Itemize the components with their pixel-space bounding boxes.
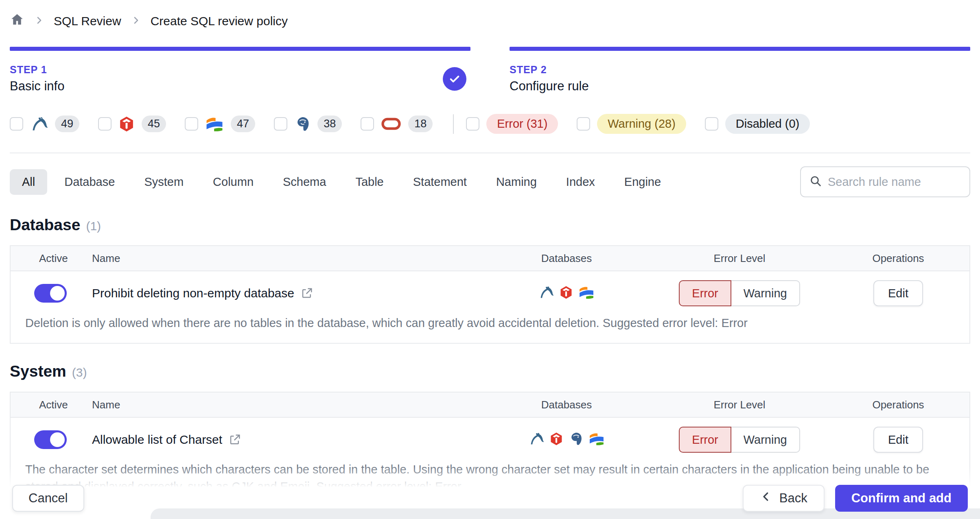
- error-level-option-warning[interactable]: Warning: [731, 280, 800, 306]
- error-level-segmented-control: Error Warning: [679, 427, 800, 453]
- section-heading-database: Database (1): [10, 216, 970, 234]
- column-header-databases: Databases: [481, 252, 652, 265]
- stepper: STEP 1 Basic info STEP 2 Configure rule: [10, 47, 970, 94]
- filter-engine-oceanbase[interactable]: 47: [185, 116, 255, 132]
- table-row: Allowable list of Charset Error Warning …: [11, 418, 969, 455]
- table-row: Prohibit deleting non-empty database Err…: [11, 271, 969, 309]
- table-header: Active Name Databases Error Level Operat…: [11, 246, 969, 271]
- back-button[interactable]: Back: [743, 485, 825, 512]
- oracle-count-badge: 18: [408, 116, 433, 132]
- filter-level-disabled[interactable]: Disabled (0): [705, 114, 810, 134]
- section-count: (1): [86, 219, 101, 233]
- tab-all[interactable]: All: [10, 169, 47, 195]
- section-title: Database: [10, 216, 80, 234]
- database-rules-table: Active Name Databases Error Level Operat…: [10, 245, 970, 344]
- tidb-count-badge: 45: [142, 116, 166, 132]
- postgresql-count-badge: 38: [317, 116, 342, 132]
- section-divider: [10, 153, 970, 153]
- external-link-icon[interactable]: [301, 287, 313, 299]
- breadcrumb-current-page: Create SQL review policy: [151, 14, 288, 28]
- tab-column[interactable]: Column: [201, 169, 266, 195]
- rule-name: Prohibit deleting non-empty database: [92, 286, 294, 300]
- step-2-label: STEP 2: [510, 64, 589, 76]
- external-link-icon[interactable]: [229, 434, 241, 446]
- category-tabs: All Database System Column Schema Table …: [10, 166, 970, 197]
- chevron-right-icon: [34, 14, 44, 28]
- tidb-icon: [549, 432, 563, 447]
- tab-database[interactable]: Database: [52, 169, 127, 195]
- chevron-left-icon: [760, 491, 772, 506]
- column-header-active: Active: [11, 252, 92, 265]
- column-header-active: Active: [11, 399, 92, 411]
- filter-engine-postgresql[interactable]: 38: [274, 116, 342, 132]
- rule-active-toggle[interactable]: [34, 284, 67, 303]
- tab-index[interactable]: Index: [554, 169, 607, 195]
- footer-action-bar: Cancel Back Confirm and add: [0, 485, 980, 512]
- search-input[interactable]: [828, 175, 961, 189]
- mysql-icon: [30, 115, 48, 133]
- filter-divider: [453, 114, 454, 134]
- table-header: Active Name Databases Error Level Operat…: [11, 393, 969, 418]
- oceanbase-icon: [205, 116, 224, 132]
- rule-description: Deletion is only allowed when there are …: [11, 309, 969, 343]
- column-header-operations: Operations: [827, 252, 969, 265]
- breadcrumb: SQL Review Create SQL review policy: [10, 0, 970, 30]
- postgresql-icon: [294, 116, 311, 132]
- error-level-pill: Error (31): [486, 114, 558, 134]
- create-sql-review-policy-page: SQL Review Create SQL review policy STEP…: [0, 0, 980, 507]
- search-box[interactable]: [800, 166, 970, 197]
- tab-system[interactable]: System: [132, 169, 196, 195]
- warning-level-pill: Warning (28): [597, 114, 686, 134]
- disabled-level-checkbox[interactable]: [705, 117, 718, 131]
- tab-table[interactable]: Table: [343, 169, 396, 195]
- cancel-button[interactable]: Cancel: [12, 485, 84, 512]
- mysql-count-badge: 49: [55, 116, 79, 132]
- step-1-progress-bar: [10, 47, 470, 51]
- breadcrumb-sql-review[interactable]: SQL Review: [54, 14, 121, 28]
- mysql-icon: [529, 431, 544, 448]
- home-icon: [10, 12, 24, 30]
- rule-databases: [481, 285, 652, 302]
- section-heading-system: System (3): [10, 362, 970, 380]
- tab-schema[interactable]: Schema: [271, 169, 338, 195]
- filter-engine-oracle[interactable]: 18: [361, 116, 433, 132]
- error-level-option-error[interactable]: Error: [679, 280, 731, 306]
- column-header-operations: Operations: [827, 399, 969, 411]
- section-count: (3): [72, 366, 87, 379]
- filter-level-warning[interactable]: Warning (28): [577, 114, 686, 134]
- step-1-label: STEP 1: [10, 64, 64, 76]
- edit-button[interactable]: Edit: [873, 280, 923, 306]
- oracle-checkbox[interactable]: [361, 117, 374, 131]
- home-link[interactable]: [10, 12, 24, 30]
- warning-level-checkbox[interactable]: [577, 117, 590, 131]
- search-icon: [809, 174, 822, 189]
- step-1-title: Basic info: [10, 79, 64, 94]
- tab-naming[interactable]: Naming: [484, 169, 549, 195]
- back-button-label: Back: [779, 491, 807, 506]
- filter-level-error[interactable]: Error (31): [466, 114, 558, 134]
- error-level-checkbox[interactable]: [466, 117, 479, 131]
- oceanbase-checkbox[interactable]: [185, 117, 198, 131]
- mysql-checkbox[interactable]: [10, 117, 23, 131]
- mysql-icon: [538, 285, 554, 302]
- confirm-and-add-button[interactable]: Confirm and add: [835, 485, 968, 512]
- tidb-checkbox[interactable]: [98, 117, 112, 131]
- disabled-level-pill: Disabled (0): [725, 114, 810, 134]
- filter-engine-tidb[interactable]: 45: [98, 116, 166, 132]
- rule-active-toggle[interactable]: [34, 430, 67, 449]
- filter-engine-mysql[interactable]: 49: [10, 115, 79, 133]
- tidb-icon: [118, 116, 135, 132]
- oceanbase-count-badge: 47: [231, 116, 255, 132]
- postgresql-checkbox[interactable]: [274, 117, 287, 131]
- step-2-progress-bar: [510, 47, 970, 51]
- section-title: System: [10, 362, 66, 380]
- column-header-error-level: Error Level: [652, 399, 827, 411]
- tab-engine[interactable]: Engine: [612, 169, 673, 195]
- postgresql-icon: [569, 432, 583, 448]
- edit-button[interactable]: Edit: [873, 427, 923, 453]
- chevron-right-icon: [131, 14, 141, 28]
- column-header-error-level: Error Level: [652, 252, 827, 265]
- error-level-option-warning[interactable]: Warning: [731, 427, 800, 453]
- tab-statement[interactable]: Statement: [401, 169, 479, 195]
- error-level-option-error[interactable]: Error: [679, 427, 731, 453]
